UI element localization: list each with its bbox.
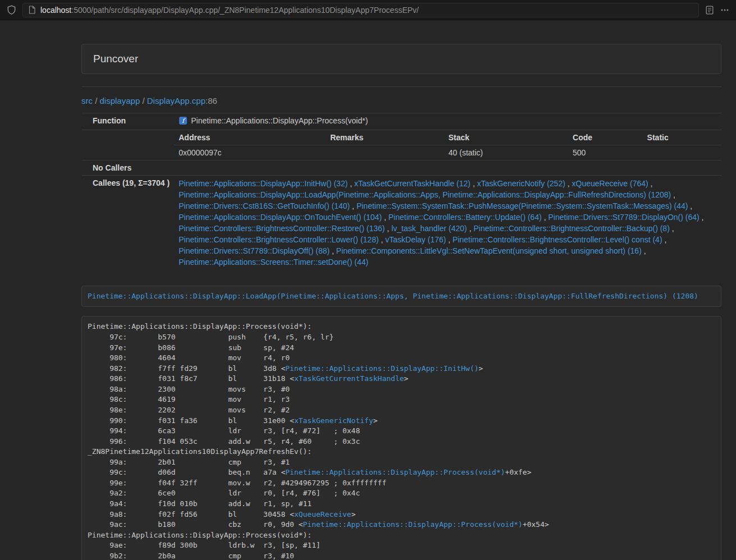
col-remarks: Remarks [326, 130, 444, 145]
no-callers-row: No Callers [81, 160, 721, 176]
code-symbol-link[interactable]: xTaskGenericNotify [294, 416, 373, 425]
callee-link[interactable]: Pinetime::Controllers::BrightnessControl… [452, 235, 662, 244]
code-symbol-link[interactable]: xTaskGetCurrentTaskHandle [294, 374, 404, 383]
callee-link[interactable]: Pinetime::Drivers::St7789::DisplayOff() … [179, 246, 330, 255]
callee-link[interactable]: Pinetime::Controllers::BrightnessControl… [179, 235, 378, 244]
col-static: Static [643, 130, 721, 145]
function-name: Pinetime::Applications::DisplayApp::Proc… [191, 116, 368, 125]
menu-icon[interactable] [720, 6, 729, 15]
callee-link[interactable]: xQueueReceive (764) [572, 179, 648, 188]
selected-symbol-box: Pinetime::Applications::DisplayApp::Load… [81, 286, 721, 307]
col-code: Code [568, 130, 643, 145]
function-row: Function f Pinetime::Applications::Displ… [81, 113, 721, 130]
url-path: :5000/path/src/displayapp/DisplayApp.cpp… [71, 6, 419, 15]
symbol-table: Function f Pinetime::Applications::Displ… [81, 113, 721, 271]
disassembly: Pinetime::Applications::DisplayApp::Proc… [81, 316, 721, 560]
breadcrumb: src / displayapp / DisplayApp.cpp:86 [81, 96, 721, 105]
callee-link[interactable]: Pinetime::Components::LittleVgl::SetNewT… [336, 246, 642, 255]
reader-view-icon[interactable] [705, 6, 714, 15]
callee-link[interactable]: Pinetime::Controllers::Battery::Update()… [388, 213, 542, 222]
code-symbol-link[interactable]: Pinetime::Applications::DisplayApp::Init… [285, 364, 478, 373]
stat-static [643, 145, 721, 160]
url-host: localhost [40, 6, 71, 15]
code-symbol-link[interactable]: Pinetime::Applications::DisplayApp::Proc… [303, 520, 523, 529]
browser-toolbar: localhost:5000/path/src/displayapp/Displ… [0, 0, 736, 20]
function-cell: f Pinetime::Applications::DisplayApp::Pr… [174, 113, 721, 130]
callee-link[interactable]: Pinetime::Applications::DisplayApp::Load… [179, 190, 671, 199]
divider [81, 86, 721, 87]
function-icon: f [179, 116, 188, 127]
page-content: Puncover src / displayapp / DisplayApp.c… [81, 44, 721, 560]
code-symbol-link[interactable]: xQueueReceive [294, 510, 351, 518]
callees-row: Callees (19, Σ=3704 ) Pinetime::Applicat… [81, 176, 721, 271]
function-row-label: Function [81, 113, 174, 130]
callee-link[interactable]: Pinetime::Drivers::Cst816S::GetTouchInfo… [179, 201, 350, 210]
stat-address: 0x0000097c [174, 145, 326, 160]
callees-list: Pinetime::Applications::DisplayApp::Init… [174, 176, 721, 271]
stats-outer-row: Address Remarks Stack Code Static 0x0000… [81, 130, 721, 160]
stats-row: 0x0000097c 40 (static) 500 [174, 145, 721, 160]
security-shield-icon[interactable] [7, 5, 16, 15]
stat-stack: 40 (static) [444, 145, 568, 160]
code-symbol-link[interactable]: Pinetime::Applications::DisplayApp::Proc… [285, 468, 505, 476]
stats-table: Address Remarks Stack Code Static 0x0000… [174, 130, 721, 160]
page-title: Puncover [93, 53, 710, 65]
callee-link[interactable]: Pinetime::Controllers::BrightnessControl… [473, 224, 669, 233]
callee-link[interactable]: Pinetime::Controllers::BrightnessControl… [179, 224, 385, 233]
stats-cell: Address Remarks Stack Code Static 0x0000… [174, 130, 721, 160]
callee-link[interactable]: Pinetime::Drivers::St7789::DisplayOn() (… [548, 213, 700, 222]
callee-link[interactable]: Pinetime::System::SystemTask::PushMessag… [356, 201, 688, 210]
col-address: Address [174, 130, 326, 145]
callee-link[interactable]: Pinetime::Applications::DisplayApp::Init… [179, 179, 348, 188]
stats-row-label [81, 130, 174, 160]
url-text: localhost:5000/path/src/displayapp/Displ… [40, 6, 419, 15]
breadcrumb-link[interactable]: src [81, 96, 93, 105]
page-icon [28, 6, 36, 14]
callees-label: Callees (19, Σ=3704 ) [81, 176, 174, 271]
stat-remarks [326, 145, 444, 160]
callee-link[interactable]: vTaskDelay (176) [385, 235, 446, 244]
stats-header-row: Address Remarks Stack Code Static [174, 130, 721, 145]
col-stack: Stack [444, 130, 568, 145]
breadcrumb-link[interactable]: displayapp [100, 96, 140, 105]
no-callers-cell [174, 160, 721, 176]
callee-link[interactable]: xTaskGenericNotify (252) [477, 179, 565, 188]
callee-link[interactable]: xTaskGetCurrentTaskHandle (12) [354, 179, 470, 188]
callee-link[interactable]: lv_task_handler (420) [391, 224, 467, 233]
callee-link[interactable]: Pinetime::Applications::DisplayApp::OnTo… [179, 213, 382, 222]
url-bar[interactable]: localhost:5000/path/src/displayapp/Displ… [22, 3, 699, 17]
app-header-panel: Puncover [81, 44, 721, 74]
selected-symbol-link[interactable]: Pinetime::Applications::DisplayApp::Load… [88, 292, 698, 300]
no-callers-label: No Callers [81, 160, 174, 176]
callee-link[interactable]: Pinetime::Applications::Screens::Timer::… [179, 258, 368, 267]
breadcrumb-link[interactable]: DisplayApp.cpp [147, 96, 205, 105]
stat-code: 500 [568, 145, 643, 160]
